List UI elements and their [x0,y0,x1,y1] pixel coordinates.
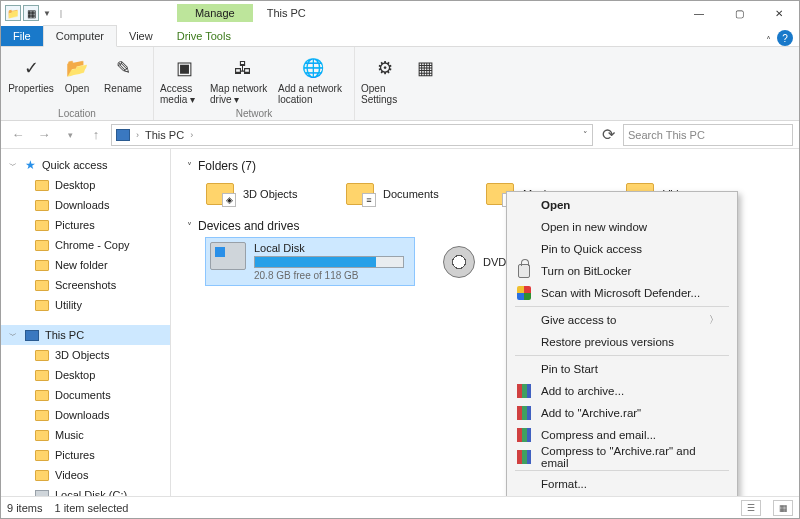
sidebar-item-documents[interactable]: Documents [1,385,170,405]
folder-icon [35,430,49,441]
forward-button[interactable]: → [33,124,55,146]
open-icon: 📂 [62,53,92,83]
folder-icon: ≡ [346,183,374,205]
qat-icon[interactable]: 📁 [5,5,21,21]
sidebar-item-desktop[interactable]: Desktop [1,175,170,195]
maximize-button[interactable]: ▢ [719,1,759,25]
rename-button[interactable]: ✎Rename [99,49,147,94]
view-details-button[interactable]: ☰ [741,500,761,516]
address-bar[interactable]: › This PC › ˅ [111,124,593,146]
label: Downloads [55,199,109,211]
section-title: Folders (7) [198,159,256,173]
drive-label: Local Disk [254,242,404,254]
label: Chrome - Copy [55,239,130,251]
up-button[interactable]: ↑ [85,124,107,146]
menu-item-give-access[interactable]: Give access to〉 [509,309,735,331]
sidebar-item-new-folder[interactable]: New folder [1,255,170,275]
properties-icon: ✓ [16,53,46,83]
sidebar-item-chrome-copy[interactable]: Chrome - Copy [1,235,170,255]
menu-item-pin-start[interactable]: Pin to Start [509,358,735,380]
access-media-button[interactable]: ▣Access media ▾ [160,49,208,105]
archive-icon [515,405,533,421]
menu-item-open[interactable]: Open [509,194,735,216]
sidebar-item-music[interactable]: Music [1,425,170,445]
title-bar: 📁 ▦ ▼ ｜ Manage This PC — ▢ ✕ [1,1,799,25]
menu-item-open-new-window[interactable]: Open in new window [509,216,735,238]
breadcrumb-sep[interactable]: › [190,130,193,140]
open-settings-button[interactable]: ⚙Open Settings [361,49,409,105]
folder-icon [35,220,49,231]
sidebar-item-quick-access[interactable]: ﹀★Quick access [1,155,170,175]
label: Pin to Quick access [541,243,719,255]
sidebar-item-3d-objects[interactable]: 3D Objects [1,345,170,365]
archive-icon [515,427,533,443]
qat-overflow[interactable]: ｜ [55,8,67,19]
refresh-button[interactable]: ⟳ [597,124,619,146]
menu-item-compress-email[interactable]: Compress and email... [509,424,735,446]
label: Music [55,429,84,441]
drive-item-local-disk[interactable]: Local Disk 20.8 GB free of 118 GB [205,237,415,286]
folder-icon [35,410,49,421]
add-network-location-button[interactable]: 🌐Add a network location [278,49,348,105]
menu-item-format[interactable]: Format... [509,473,735,495]
menu-item-add-archive[interactable]: Add to archive... [509,380,735,402]
sidebar-item-pictures-pc[interactable]: Pictures [1,445,170,465]
sidebar-item-screenshots[interactable]: Screenshots [1,275,170,295]
menu-item-pin-quick-access[interactable]: Pin to Quick access [509,238,735,260]
search-input[interactable]: Search This PC [623,124,793,146]
tab-view[interactable]: View [117,26,165,46]
sidebar-item-pictures[interactable]: Pictures [1,215,170,235]
qat-dropdown[interactable]: ▼ [41,9,53,18]
address-dropdown-icon[interactable]: ˅ [583,130,588,140]
ribbon-group-system: ⚙Open Settings ▦ [355,47,445,120]
close-button[interactable]: ✕ [759,1,799,25]
qat-icon[interactable]: ▦ [23,5,39,21]
properties-button[interactable]: ✓Properties [7,49,55,94]
chevron-right-icon: 〉 [709,313,719,327]
label: Format... [541,478,719,490]
label: Add a network location [278,83,348,105]
disc-icon [443,246,475,278]
ribbon-extra-button[interactable]: ▦ [411,49,439,105]
sidebar-item-desktop-pc[interactable]: Desktop [1,365,170,385]
tab-drive-tools[interactable]: Drive Tools [165,26,243,46]
breadcrumb-segment[interactable]: This PC [145,129,184,141]
map-network-drive-button[interactable]: 🖧Map network drive ▾ [210,49,276,105]
sidebar-item-downloads-pc[interactable]: Downloads [1,405,170,425]
folder-item-3d-objects[interactable]: ◈3D Objects [205,181,325,207]
sidebar-item-downloads[interactable]: Downloads [1,195,170,215]
folder-icon [35,450,49,461]
menu-item-bitlocker[interactable]: Turn on BitLocker [509,260,735,282]
sidebar-item-videos[interactable]: Videos [1,465,170,485]
contextual-tab-manage[interactable]: Manage [177,4,253,22]
view-large-icons-button[interactable]: ▦ [773,500,793,516]
menu-item-defender-scan[interactable]: Scan with Microsoft Defender... [509,282,735,304]
recent-locations-button[interactable]: ▾ [59,124,81,146]
ribbon-collapse-icon[interactable]: ˄ [760,35,777,46]
back-button[interactable]: ← [7,124,29,146]
file-tab[interactable]: File [1,26,43,46]
open-button[interactable]: 📂Open [57,49,97,94]
help-icon[interactable]: ? [777,30,793,46]
menu-item-compress-rar-email[interactable]: Compress to "Archive.rar" and email [509,446,735,468]
folder-item-documents[interactable]: ≡Documents [345,181,465,207]
menu-item-restore-previous[interactable]: Restore previous versions [509,331,735,353]
tab-computer[interactable]: Computer [43,25,117,47]
usage-bar [254,256,404,268]
context-menu: Open Open in new window Pin to Quick acc… [506,191,738,496]
content-pane: ˅ Folders (7) ◈3D Objects ≡Documents ♪Mu… [171,149,799,496]
label: Pictures [55,449,95,461]
status-bar: 9 items 1 item selected ☰ ▦ [1,496,799,518]
label: Open [65,83,89,94]
group-label: Location [58,108,96,120]
folders-section-header[interactable]: ˅ Folders (7) [187,155,799,177]
menu-separator [515,355,729,356]
menu-item-add-archive-rar[interactable]: Add to "Archive.rar" [509,402,735,424]
sidebar-item-utility[interactable]: Utility [1,295,170,315]
group-label: Network [236,108,273,120]
map-drive-icon: 🖧 [228,53,258,83]
minimize-button[interactable]: — [679,1,719,25]
extra-icon: ▦ [410,53,440,83]
sidebar-item-this-pc[interactable]: ﹀This PC [1,325,170,345]
sidebar-item-local-disk[interactable]: Local Disk (C:) [1,485,170,496]
